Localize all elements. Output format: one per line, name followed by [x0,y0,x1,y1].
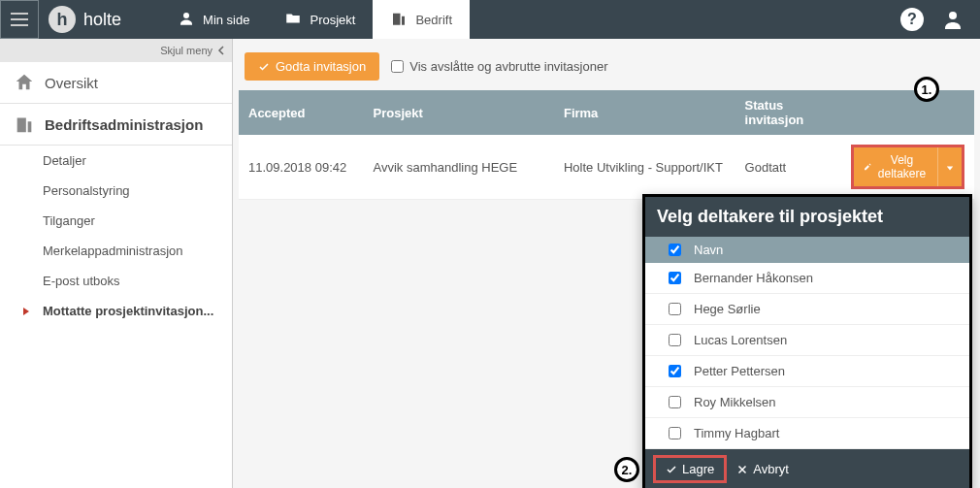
help-icon: ? [900,8,924,31]
velg-deltakere-popup: Velg deltakere til prosjektet Navn Berna… [642,194,972,488]
cell-status: Godtatt [735,135,841,200]
popup-row[interactable]: Bernander Håkonsen [645,263,969,294]
popup-row[interactable]: Roy Mikkelsen [645,387,969,418]
cell-prosjekt: Avvik samhandling HEGE [364,135,554,200]
nav-min-side[interactable]: Min side [160,0,267,39]
nav-label: Min side [203,13,249,27]
row-checkbox[interactable] [669,272,681,284]
cell-firma: Holte Utvikling - Support/IKT [554,135,735,200]
building-icon [14,114,35,135]
sidebar-label: Oversikt [45,75,98,91]
sidebar-oversikt[interactable]: Oversikt [0,62,232,104]
velg-deltakere-button[interactable]: Velg deltakere [854,147,937,186]
sidebar-item-mottatte[interactable]: Mottatte prosjektinvitasjon... [0,296,232,326]
cell-actions: Velg deltakere [841,135,974,200]
button-label: Godta invitasjon [276,59,366,74]
row-name: Lucas Lorentsen [694,333,787,347]
user-icon [178,10,195,30]
button-label: Lagre [682,462,714,476]
sidebar-item-label: Tilganger [43,213,95,228]
logo-icon: h [49,6,76,33]
button-label: Avbryt [753,462,789,476]
svg-point-0 [183,13,189,18]
profile-button[interactable] [939,6,966,33]
menu-toggle[interactable] [0,0,39,39]
caret-down-icon [946,164,954,172]
nav-bedrift[interactable]: Bedrift [373,0,470,39]
sidebar-item-label: Mottatte prosjektinvitasjon... [43,304,213,318]
col-accepted[interactable]: Accepted [239,90,364,135]
annotation-badge-2: 2. [614,457,639,482]
row-checkbox[interactable] [669,365,681,377]
logo[interactable]: h holte [49,6,121,33]
close-icon [736,464,748,475]
sidebar-item-label: Merkelappadministrasjon [43,244,183,258]
col-actions: 1. [841,90,974,135]
col-prosjekt[interactable]: Prosjekt [364,90,554,135]
sidebar-item-epost[interactable]: E-post utboks [0,266,232,296]
sidebar-item-detaljer[interactable]: Detaljer [0,146,232,176]
cell-accepted: 11.09.2018 09:42 [239,135,364,200]
godta-invitasjon-button[interactable]: Godta invitasjon [245,52,379,81]
vis-avslatte-checkbox[interactable] [391,60,404,73]
col-status[interactable]: Status invitasjon [735,90,841,135]
popup-row[interactable]: Petter Pettersen [645,356,969,387]
table-row[interactable]: 11.09.2018 09:42 Avvik samhandling HEGE … [239,135,974,200]
invitations-table: Accepted Prosjekt Firma Status invitasjo… [239,90,974,200]
user-icon [941,8,964,31]
popup-row[interactable]: Lucas Lorentsen [645,325,969,356]
annotation-badge-1: 1. [914,77,939,102]
sidebar-item-label: E-post utboks [43,274,120,288]
edit-icon [864,161,871,173]
chevron-left-icon [216,46,226,55]
vis-avslatte-toggle[interactable]: Vis avslåtte og avbrutte invitasjoner [391,59,607,74]
building-icon [390,10,408,30]
svg-point-1 [949,12,957,19]
home-icon [14,72,35,93]
row-checkbox[interactable] [669,427,681,439]
logo-text: holte [83,10,121,30]
lagre-button[interactable]: Lagre [653,455,727,483]
row-checkbox[interactable] [669,396,681,408]
sidebar-item-personalstyring[interactable]: Personalstyring [0,176,232,206]
row-name: Roy Mikkelsen [694,395,776,409]
row-checkbox[interactable] [669,303,681,315]
col-navn: Navn [694,243,723,257]
popup-row[interactable]: Timmy Hagbart [645,418,969,449]
col-firma[interactable]: Firma [554,90,735,135]
row-name: Petter Pettersen [694,364,785,378]
nav-label: Bedrift [415,13,452,27]
popup-title: Velg deltakere til prosjektet [645,197,969,237]
popup-row[interactable]: Hege Sørlie [645,294,969,325]
nav-prosjekt[interactable]: Prosjekt [267,0,373,39]
checkbox-label: Vis avslåtte og avbrutte invitasjoner [409,59,607,74]
sidebar-item-merkelapp[interactable]: Merkelappadministrasjon [0,236,232,266]
row-checkbox[interactable] [669,334,681,346]
check-icon [258,61,270,73]
nav-label: Prosjekt [310,13,355,27]
button-label: Velg deltakere [876,153,928,180]
velg-deltakere-dropdown[interactable] [937,147,962,186]
folder-icon [284,10,302,30]
row-name: Bernander Håkonsen [694,271,813,285]
hide-menu-label: Skjul meny [160,45,212,56]
sidebar-bedrift-admin[interactable]: Bedriftsadministrasjon [0,104,232,146]
row-name: Hege Sørlie [694,302,761,316]
check-icon [666,464,677,475]
sidebar-item-tilganger[interactable]: Tilganger [0,206,232,236]
row-name: Timmy Hagbart [694,426,779,440]
sidebar-label: Bedriftsadministrasjon [45,116,203,133]
sidebar-item-label: Detaljer [43,153,86,168]
hide-menu-toggle[interactable]: Skjul meny [0,39,232,62]
select-all-checkbox[interactable] [669,244,681,256]
help-button[interactable]: ? [898,6,926,33]
sidebar-item-label: Personalstyring [43,183,130,198]
avbryt-button[interactable]: Avbryt [736,462,789,476]
